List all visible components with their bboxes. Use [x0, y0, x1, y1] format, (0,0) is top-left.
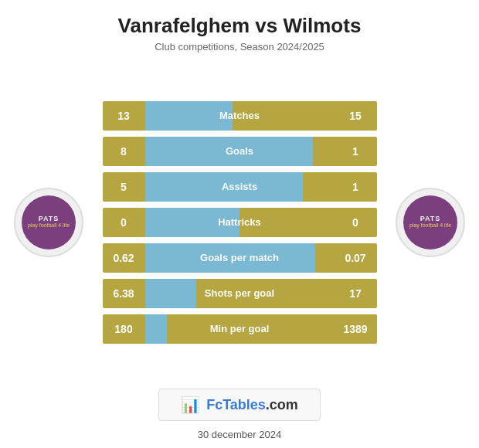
stat-label: Matches — [145, 110, 335, 121]
stat-label: Goals per match — [145, 252, 335, 263]
comparison-area: PATS play football 4 life 13Matches158Go… — [8, 66, 471, 378]
page-title: Vanrafelghem vs Wilmots — [118, 14, 362, 38]
page-subtitle: Club competitions, Season 2024/2025 — [155, 41, 324, 53]
stat-right-value: 1 — [335, 137, 377, 166]
logo-right-mid: play football 4 life — [409, 222, 451, 229]
stat-left-value: 180 — [103, 314, 145, 344]
page: Vanrafelghem vs Wilmots Club competition… — [0, 0, 479, 448]
footer-date: 30 december 2024 — [198, 429, 281, 440]
logo-left-mid: play football 4 life — [28, 222, 70, 229]
stat-right-value: 1389 — [335, 314, 377, 344]
logo-left-top: PATS — [39, 215, 59, 222]
stat-row: 8Goals1 — [103, 137, 377, 166]
stat-bar-area: Hattricks — [145, 208, 335, 237]
stat-left-value: 6.38 — [103, 279, 145, 308]
stat-row: 0.62Goals per match0.07 — [103, 243, 377, 273]
stat-row: 13Matches15 — [103, 101, 377, 131]
stat-label: Goals — [145, 145, 335, 157]
fctables-icon: 📊 — [181, 395, 200, 414]
stat-bar-area: Matches — [145, 101, 335, 131]
stat-row: 0Hattricks0 — [103, 208, 377, 237]
stat-bar-area: Min per goal — [145, 314, 335, 344]
stat-left-value: 8 — [103, 137, 145, 166]
fctables-banner: 📊 FcTables.com — [158, 389, 321, 421]
stats-container: 13Matches158Goals15Assists10Hattricks00.… — [103, 101, 377, 344]
stat-label: Min per goal — [145, 323, 335, 334]
stat-row: 5Assists1 — [103, 172, 377, 202]
stat-label: Shots per goal — [145, 287, 335, 299]
stat-row: 6.38Shots per goal17 — [103, 279, 377, 308]
stat-row: 180Min per goal1389 — [103, 314, 377, 344]
stat-right-value: 1 — [335, 172, 377, 202]
logo-left: PATS play football 4 life — [14, 188, 83, 257]
stat-left-value: 0 — [103, 208, 145, 237]
stat-left-value: 5 — [103, 172, 145, 202]
stat-right-value: 15 — [335, 101, 377, 131]
stat-bar-area: Shots per goal — [145, 279, 335, 308]
stat-left-value: 0.62 — [103, 243, 145, 273]
logo-right: PATS play football 4 life — [396, 188, 465, 257]
logo-right-top: PATS — [420, 215, 441, 222]
stat-bar-area: Goals per match — [145, 243, 335, 273]
stat-label: Assists — [145, 181, 335, 192]
fctables-text: FcTables.com — [206, 397, 298, 413]
stat-right-value: 0.07 — [335, 243, 377, 273]
stat-label: Hattricks — [145, 216, 335, 228]
stat-bar-area: Goals — [145, 137, 335, 166]
stat-left-value: 13 — [103, 101, 145, 131]
stat-right-value: 0 — [335, 208, 377, 237]
stat-right-value: 17 — [335, 279, 377, 308]
stat-bar-area: Assists — [145, 172, 335, 202]
